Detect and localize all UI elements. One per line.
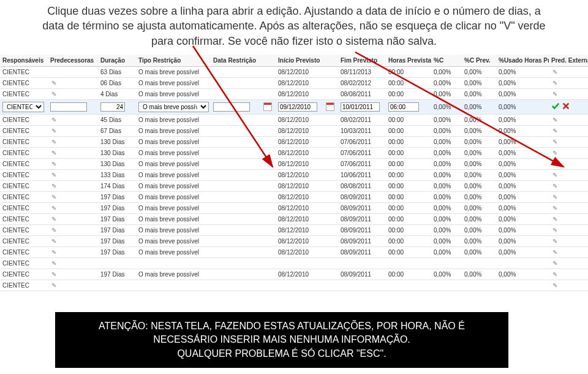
cell-pred[interactable]: ✎ — [48, 246, 98, 258]
cell-ext[interactable]: ✎ — [549, 202, 588, 213]
pencil-icon[interactable]: ✎ — [551, 128, 559, 134]
hp-input[interactable] — [388, 102, 419, 112]
cell-ext[interactable]: ✎ — [549, 224, 588, 235]
col-c-prev[interactable]: %C Prev. — [462, 55, 496, 67]
cell-actions[interactable] — [549, 99, 588, 114]
table-row[interactable]: CIENTEC✎✎ — [0, 280, 588, 291]
cancel-icon[interactable] — [562, 102, 570, 110]
pencil-icon[interactable]: ✎ — [551, 194, 559, 200]
cell-pred[interactable]: ✎ — [48, 114, 98, 125]
col-duracao[interactable]: Duração — [98, 55, 136, 67]
cell-ext[interactable]: ✎ — [549, 125, 588, 136]
cell-ext[interactable]: ✎ — [549, 180, 588, 191]
pencil-icon[interactable]: ✎ — [551, 116, 559, 123]
pencil-icon[interactable]: ✎ — [50, 216, 58, 223]
pencil-icon[interactable]: ✎ — [551, 227, 559, 234]
table-row[interactable]: CIENTEC✎130 DiasO mais breve possível08/… — [0, 147, 588, 158]
cell-pred[interactable]: ✎ — [48, 136, 98, 147]
table-row[interactable]: CIENTEC63 DiasO mais breve possível08/12… — [0, 66, 588, 77]
cell-pred[interactable]: ✎ — [48, 202, 98, 213]
calendar-icon[interactable] — [263, 102, 272, 111]
table-row[interactable]: CIENTEC✎133 DiasO mais breve possível08/… — [0, 169, 588, 180]
pencil-icon[interactable]: ✎ — [551, 249, 559, 256]
cell-pred[interactable]: ✎ — [48, 125, 98, 136]
pencil-icon[interactable]: ✎ — [551, 205, 559, 212]
cell-pred[interactable]: ✎ — [48, 169, 98, 180]
table-row[interactable]: CIENTEC✎45 DiasO mais breve possível08/1… — [0, 114, 588, 125]
pencil-icon[interactable]: ✎ — [551, 91, 559, 97]
cell-ext[interactable]: ✎ — [549, 77, 588, 88]
pencil-icon[interactable]: ✎ — [50, 172, 58, 178]
cell-dr[interactable] — [211, 99, 261, 114]
cell-cal1[interactable] — [261, 99, 276, 114]
cell-pred[interactable]: ✎ — [48, 88, 98, 99]
pencil-icon[interactable]: ✎ — [551, 161, 559, 167]
pencil-icon[interactable]: ✎ — [50, 80, 58, 86]
col-responsaveis[interactable]: Responsáveis — [0, 55, 48, 67]
table-row[interactable]: CIENTEC✎197 DiasO mais breve possível08/… — [0, 213, 588, 224]
col-inicio-previsto[interactable]: Início Previsto — [276, 55, 323, 67]
cell-ext[interactable]: ✎ — [549, 136, 588, 147]
cell-pred[interactable]: ✎ — [48, 147, 98, 158]
table-row[interactable]: CIENTEC✎174 DiasO mais breve possível08/… — [0, 180, 588, 191]
dr-input[interactable] — [213, 102, 250, 112]
cell-ext[interactable]: ✎ — [549, 114, 588, 125]
col-fim-previsto[interactable]: Fim Previsto — [338, 55, 386, 67]
cell-pred[interactable]: ✎ — [48, 77, 98, 88]
pencil-icon[interactable]: ✎ — [50, 260, 58, 267]
cell-pred[interactable]: ✎ — [48, 158, 98, 169]
pencil-icon[interactable]: ✎ — [50, 91, 58, 97]
cell-cal2[interactable] — [323, 99, 338, 114]
pencil-icon[interactable]: ✎ — [50, 139, 58, 145]
table-row[interactable]: CIENTEC✎197 DiasO mais breve possível08/… — [0, 224, 588, 235]
cell-pred[interactable]: ✎ — [48, 280, 98, 291]
pencil-icon[interactable]: ✎ — [551, 271, 559, 278]
cell-ext[interactable]: ✎ — [549, 147, 588, 158]
cell-ext[interactable]: ✎ — [549, 66, 588, 77]
cell-pred[interactable]: ✎ — [48, 224, 98, 235]
cell-pred[interactable]: ✎ — [48, 191, 98, 202]
table-row[interactable]: CIENTEC✎4 DiasO mais breve possível08/12… — [0, 88, 588, 99]
ini-input[interactable] — [278, 102, 317, 112]
pred-input[interactable] — [50, 102, 87, 112]
table-row[interactable]: CIENTEC✎130 DiasO mais breve possível08/… — [0, 158, 588, 169]
table-row[interactable]: CIENTEC✎130 DiasO mais breve possível08/… — [0, 136, 588, 147]
col-c[interactable]: %C — [431, 55, 462, 67]
pencil-icon[interactable]: ✎ — [50, 116, 58, 123]
col-predecessoras[interactable]: Predecessoras — [48, 55, 98, 67]
col-data-restricao[interactable]: Data Restrição — [211, 55, 261, 67]
table-row[interactable]: CIENTEC✎197 DiasO mais breve possível08/… — [0, 269, 588, 280]
col-horas-previstas[interactable]: Horas Previstas — [386, 55, 431, 67]
pencil-icon[interactable]: ✎ — [551, 282, 559, 289]
cell-pred[interactable]: ✎ — [48, 213, 98, 224]
table-row[interactable]: CIENTECO mais breve possível0,00%0,00%0,… — [0, 99, 588, 114]
cell-pred[interactable]: ✎ — [48, 258, 98, 269]
pencil-icon[interactable]: ✎ — [50, 271, 58, 278]
calendar-icon[interactable] — [326, 102, 334, 111]
col-pred-externas[interactable]: Pred. Externas — [549, 55, 588, 67]
cell-fim[interactable] — [338, 99, 386, 114]
col-tipo-restricao[interactable]: Tipo Restrição — [136, 55, 211, 67]
table-row[interactable]: CIENTEC✎67 DiasO mais breve possível08/1… — [0, 125, 588, 136]
cell-resp[interactable]: CIENTEC — [0, 99, 48, 114]
table-row[interactable]: CIENTEC✎✎ — [0, 258, 588, 269]
cell-ext[interactable]: ✎ — [549, 235, 588, 246]
pencil-icon[interactable]: ✎ — [50, 194, 58, 200]
table-row[interactable]: CIENTEC✎197 DiasO mais breve possível08/… — [0, 246, 588, 258]
pencil-icon[interactable]: ✎ — [50, 205, 58, 212]
pencil-icon[interactable]: ✎ — [551, 80, 559, 86]
cell-ext[interactable]: ✎ — [549, 269, 588, 280]
cell-ext[interactable]: ✎ — [549, 191, 588, 202]
pencil-icon[interactable]: ✎ — [50, 282, 58, 289]
pencil-icon[interactable]: ✎ — [50, 183, 58, 189]
pencil-icon[interactable]: ✎ — [551, 69, 559, 75]
cell-ext[interactable]: ✎ — [549, 213, 588, 224]
cell-ext[interactable]: ✎ — [549, 158, 588, 169]
pencil-icon[interactable]: ✎ — [551, 172, 559, 178]
cell-hp[interactable] — [386, 99, 431, 114]
pencil-icon[interactable]: ✎ — [50, 150, 58, 156]
table-row[interactable]: CIENTEC✎197 DiasO mais breve possível08/… — [0, 202, 588, 213]
tipo-select[interactable]: O mais breve possível — [138, 102, 209, 112]
cell-pred[interactable]: ✎ — [48, 180, 98, 191]
dur-input[interactable] — [100, 102, 125, 112]
